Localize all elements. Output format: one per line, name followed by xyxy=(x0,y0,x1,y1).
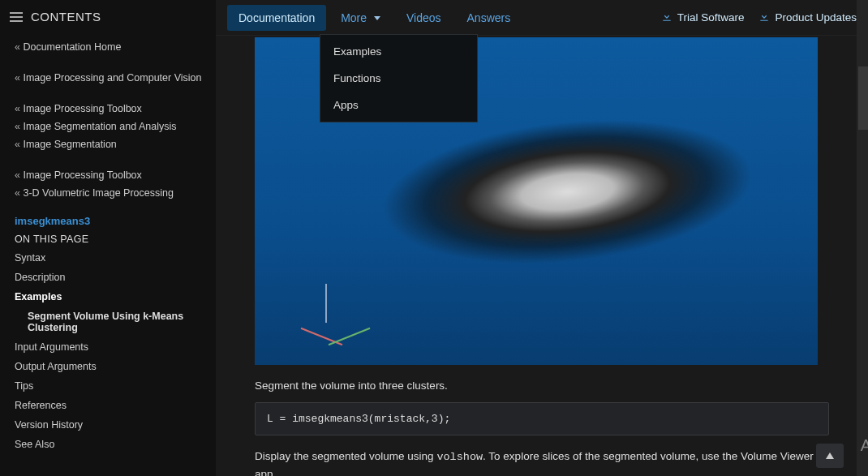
breadcrumb-group-4: Image Processing Toolbox 3-D Volumetric … xyxy=(0,161,216,210)
hamburger-icon[interactable] xyxy=(10,12,23,22)
body-p2: Display the segmented volume using volsh… xyxy=(255,448,829,476)
tab-more-label: More xyxy=(341,11,367,24)
updates-label: Product Updates xyxy=(775,11,857,24)
on-this-page-label: ON THIS PAGE xyxy=(0,229,216,248)
toc-example-sub[interactable]: Segment Volume Using k-Means Clustering xyxy=(0,307,216,337)
download-icon xyxy=(758,11,770,24)
scrollbar[interactable] xyxy=(857,0,868,476)
p2-code: volshow xyxy=(436,451,483,463)
breadcrumb-group-3: Image Processing Toolbox Image Segmentat… xyxy=(0,95,216,161)
tabbar: Documentation More Videos Answers Trial … xyxy=(216,0,868,36)
breadcrumb-group-2: Image Processing and Computer Vision xyxy=(0,64,216,95)
toc-references[interactable]: References xyxy=(0,396,216,415)
toc-syntax[interactable]: Syntax xyxy=(0,248,216,268)
toc-input-args[interactable]: Input Arguments xyxy=(0,337,216,357)
contents-title: CONTENTS xyxy=(31,10,101,24)
download-icon xyxy=(661,11,672,24)
tab-answers[interactable]: Answers xyxy=(456,5,522,31)
trial-software-link[interactable]: Trial Software xyxy=(661,11,745,24)
tab-videos[interactable]: Videos xyxy=(395,5,453,31)
breadcrumb-iptoolbox2[interactable]: Image Processing Toolbox xyxy=(15,166,216,184)
contents-header: CONTENTS xyxy=(0,10,216,33)
toc-tips[interactable]: Tips xyxy=(0,376,216,396)
toc-version-history[interactable]: Version History xyxy=(0,415,216,435)
breadcrumb-seg-analysis[interactable]: Image Segmentation and Analysis xyxy=(15,118,216,135)
code-block-1: L = imsegkmeans3(mristack,3); xyxy=(255,402,829,435)
axes-icon xyxy=(291,274,372,347)
breadcrumb-group-1: Documentation Home xyxy=(0,33,216,64)
body-p1: Segment the volume into three clusters. xyxy=(255,378,829,394)
right-links: Trial Software Product Updates xyxy=(661,11,857,24)
page-title: imsegkmeans3 xyxy=(0,210,216,229)
content: Segment the volume into three clusters. … xyxy=(216,36,868,476)
dropdown-functions[interactable]: Functions xyxy=(320,65,477,92)
p2-a: Display the segmented volume using xyxy=(255,450,436,462)
sidebar: CONTENTS Documentation Home Image Proces… xyxy=(0,0,216,476)
mri-volume-render xyxy=(355,96,787,304)
more-dropdown: Examples Functions Apps xyxy=(320,34,478,122)
breadcrumb-seg[interactable]: Image Segmentation xyxy=(15,135,216,153)
chevron-down-icon xyxy=(374,16,380,20)
tab-documentation[interactable]: Documentation xyxy=(227,5,326,31)
dropdown-apps[interactable]: Apps xyxy=(320,92,477,118)
breadcrumb-3d[interactable]: 3-D Volumetric Image Processing xyxy=(15,184,216,202)
dropdown-examples[interactable]: Examples xyxy=(320,38,477,65)
cutoff-glyph: A xyxy=(861,436,868,455)
main: Documentation More Videos Answers Trial … xyxy=(216,0,868,476)
scroll-to-top-button[interactable] xyxy=(816,444,844,468)
toc-description[interactable]: Description xyxy=(0,268,216,287)
toc-examples[interactable]: Examples xyxy=(0,287,216,307)
breadcrumb-iptoolbox[interactable]: Image Processing Toolbox xyxy=(15,100,216,118)
scrollbar-thumb[interactable] xyxy=(858,66,868,130)
chevron-up-icon xyxy=(826,452,834,459)
product-updates-link[interactable]: Product Updates xyxy=(758,11,857,24)
breadcrumb-ipcv[interactable]: Image Processing and Computer Vision xyxy=(15,69,216,87)
toc-output-args[interactable]: Output Arguments xyxy=(0,357,216,376)
tab-more[interactable]: More xyxy=(329,5,392,31)
breadcrumb-home[interactable]: Documentation Home xyxy=(15,38,216,56)
toc-see-also[interactable]: See Also xyxy=(0,435,216,454)
trial-label: Trial Software xyxy=(677,11,745,24)
